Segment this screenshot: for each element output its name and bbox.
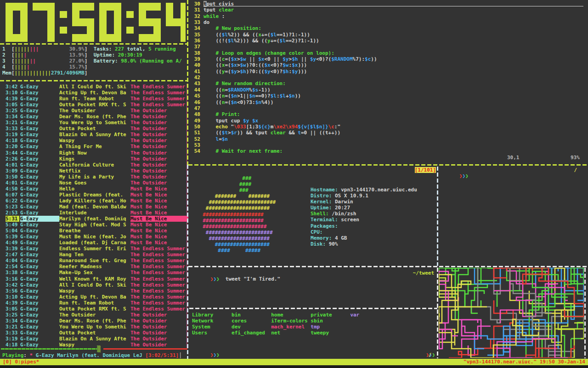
track-row[interactable]: 3:44G-EazyRight NowThe Outsider │	[0, 150, 188, 156]
track-row[interactable]: 2:54G-EazyReefer MadnessThe Endless Summ…	[0, 264, 188, 270]
track-row[interactable]: 3:19G-EazyBlazin On A Sunny AfteThe Outs…	[0, 336, 188, 342]
archey-pane[interactable]: [1/101] ### #### ### ####### ####### ###…	[190, 166, 437, 266]
track-row[interactable]: 3:34G-EazyDear Ms. Rose (ft. PheThe Outs…	[0, 114, 188, 120]
editor-scroll-percent: 93%	[571, 155, 580, 161]
music-player-pane[interactable]: 3:42G-EazyAll I Could Do ft. SkiThe Endl…	[0, 84, 188, 349]
track-row[interactable]: 3:05G-EazyOutta Pocket RMX ft. SThe Endl…	[0, 102, 188, 108]
tmux-window-list[interactable]: [0] 0:pipes*	[3, 359, 39, 365]
track-row[interactable]: 3:39G-EazyEndless Summer ft. EriThe Endl…	[0, 246, 188, 252]
track-row[interactable]: 5:39G-EazyMust Be Nice (feat. JoMust Be …	[0, 234, 188, 240]
pane-border[interactable]	[187, 165, 188, 359]
track-row[interactable]: 2:47G-EazyHang TenThe Endless Summer│	[0, 252, 188, 258]
track-row[interactable]: 2:26G-EazyKingsThe Outsider │	[0, 156, 188, 162]
pane-border[interactable]	[437, 167, 438, 266]
code-line: 41 ((y=($y>$h)?0:(($y<0)?$h:$y)))	[190, 69, 584, 75]
code-line: 38 # Loop on edges (change color on loop…	[190, 50, 584, 56]
code-line: 31tput clear	[190, 7, 584, 13]
track-row[interactable]: 4:04G-EazyRunaround Sue ft. GregThe Endl…	[0, 258, 188, 264]
file-list[interactable]: Library bin home private varNetwork core…	[192, 312, 359, 336]
tweet-pane[interactable]: ❯❯❯ tweet "I'm Tired." ~/tweet	[190, 268, 437, 307]
track-progress-bar[interactable]: ▒	[1, 348, 187, 350]
system-info-list: Hostname: vpn3-144170.near.uiuc.eduDistr…	[311, 187, 417, 247]
prompt-chevrons-icon[interactable]: ❯❯❯	[459, 173, 469, 179]
pipes-screensaver	[439, 268, 584, 358]
track-row[interactable]: 6:07G-EazyPlastic Dreams (feat.Must Be N…	[0, 192, 188, 198]
screen-bottom-strip	[0, 365, 588, 368]
file-listing-pane[interactable]: Library bin home private varNetwork core…	[190, 309, 437, 358]
code-line: 36 ((!($l%2))) && ((y+=($l==2)?1:-1))	[190, 38, 584, 44]
track-row[interactable]: 3:16G-EazyWell Known ft. KAM RoyThe Endl…	[0, 276, 188, 282]
track-row[interactable]: 4:01G-EazyCalifornia CultureThe Outsider…	[0, 162, 188, 168]
code-line: 52 l=$n	[190, 136, 584, 142]
code-line: 47	[190, 105, 584, 111]
track-row[interactable]: 3:20G-EazyA Thing For MeThe Outsider │	[0, 144, 188, 150]
editor-pane[interactable]: 30tput civis31tput clear32while :33do34 …	[190, 1, 584, 163]
track-row[interactable]: 2:53G-EazyInterludeMust Be Nice │	[0, 210, 188, 216]
editor-cursor-position: 30,1	[507, 155, 520, 161]
track-row[interactable]: 3:10G-EazyActing Up ft. Devon BaThe Endl…	[0, 294, 188, 300]
track-row[interactable]: 3:19G-EazyBlazin On A Sunny AfteThe Outs…	[0, 132, 188, 138]
code-line: 54 # Wait for next frame:	[190, 148, 584, 154]
track-row[interactable]: 3:50G-EazyMy Life is a PartyThe Outsider…	[0, 174, 188, 180]
track-row[interactable]: 3:34G-EazyDear Ms. Rose (ft. PheThe Outs…	[0, 318, 188, 324]
track-row[interactable]: 3:25G-EazyThe OutsiderThe Outsider │	[0, 108, 188, 114]
track-row[interactable]: 3:05G-EazyOutta Pocket RMX ft. SThe Endl…	[0, 306, 188, 312]
code-line: 48 # Print:	[190, 111, 584, 117]
prompt-chevrons-icon[interactable]: ❯❯❯	[210, 276, 220, 282]
code-line: 30tput civis	[190, 1, 584, 7]
track-row[interactable]: 3:56G-EazyWaspyThe Endless Summer│	[0, 288, 188, 294]
code-line: 53	[190, 142, 584, 148]
track-row[interactable]: 3:33G-EazyOutta PocketThe Outsider │	[0, 126, 188, 132]
progress-elapsed	[1, 348, 97, 350]
apple-logo-ascii: ### #### ### ####### ####### ###########…	[197, 175, 276, 253]
code-line: 43 # New random direction:	[190, 80, 584, 86]
history-badge: [1/101]	[415, 167, 436, 173]
track-row[interactable]: 5:23G-EazyMad (feat. Devon BaldwMust Be …	[0, 204, 188, 210]
pipes-pane[interactable]	[439, 268, 584, 358]
track-row[interactable]: 3:10G-EazyActing Up ft. Devon BaThe Endl…	[0, 90, 188, 96]
code-line: 34 # New position:	[190, 25, 584, 31]
clock-pane[interactable]	[4, 3, 187, 43]
track-row[interactable]: 4:18G-EazyWaspyThe Outsider │	[0, 342, 188, 348]
track-row[interactable]: 3:09G-EazyNetflixThe Outsider │	[0, 168, 188, 174]
track-row[interactable]: 3:21G-EazyYou Were Up to SomethiThe Outs…	[0, 120, 188, 126]
digital-clock	[4, 3, 186, 42]
code-line: 32while :	[190, 13, 584, 19]
shell-path: /	[428, 352, 431, 358]
track-row[interactable]: 3:25G-EazyThe OutsiderThe Outsider │	[0, 312, 188, 318]
prompt-chevrons-icon[interactable]: ❯❯❯	[210, 358, 220, 358]
track-row[interactable]: 3:33G-EazyOutta PocketThe Outsider │	[0, 330, 188, 336]
shell-path: /	[574, 167, 577, 173]
pane-border	[0, 80, 187, 81]
code-line: 50 echo "\033[1;3${c}m\xe2\x94${v[$l$n]}…	[190, 124, 584, 130]
code-line: 42	[190, 75, 584, 80]
track-row[interactable]: 3:42G-EazyAll I Could Do ft. SkiThe Endl…	[0, 282, 188, 288]
track-row[interactable]: 4:49G-EazyLoaded (feat. Dj CarnaMust Be …	[0, 240, 188, 246]
system-monitor-pane[interactable]: 1 [|||||||| 30.9%] Tasks: 227 total, 5 r…	[2, 46, 187, 78]
track-row[interactable]: 6:22G-EazyLady Killers (feat. HoMust Be …	[0, 198, 188, 204]
track-row[interactable]: 3:42G-EazyAll I Could Do ft. SkiThe Endl…	[0, 84, 188, 90]
progress-remaining	[103, 348, 187, 350]
track-row-selected[interactable]: 5:31G-EazyMarilyn (feat. DominiqMust Be …	[0, 216, 188, 222]
track-row[interactable]: 5:49G-EazyStay High (feat. Mod SMust Be …	[0, 222, 188, 228]
tmux-status-bar: [0] 0:pipes* "vpn3-144170.near.uiuc." 19…	[0, 359, 588, 365]
track-row[interactable]: 4:39G-EazyRun ft. Team RobotThe Endless …	[0, 300, 188, 306]
pane-border[interactable]	[437, 268, 438, 358]
track-row[interactable]: 3:38G-EazyMake-Up SexThe Endless Summer│	[0, 270, 188, 276]
pane-border[interactable]	[187, 0, 188, 165]
tmux-host-clock: "vpn3-144170.near.uiuc." 19:50 30-Jan-14	[464, 359, 585, 365]
pane-border	[0, 43, 187, 45]
track-row[interactable]: 4:39G-EazyRun ft. Team RobotThe Endless …	[0, 96, 188, 102]
code-line: 49 tput cup $y $x	[190, 118, 584, 124]
track-row[interactable]: 3:21G-EazyYou Were Up to SomethiThe Outs…	[0, 324, 188, 330]
progress-marker-icon[interactable]: ▒	[97, 345, 101, 352]
track-row[interactable]: 5:04G-EazyBreatheMust Be Nice │	[0, 228, 188, 234]
track-row[interactable]: 4:01G-EazyNose GoesThe Outsider │	[0, 180, 188, 186]
now-playing-status: Playing: * G-Eazy Marilyn (feat. Dominiq…	[2, 352, 188, 358]
shell-pane[interactable]: ❯❯❯ /	[439, 166, 588, 266]
code-line: 37	[190, 44, 584, 50]
track-row[interactable]: 4:50G-EazyHelloMust Be Nice │	[0, 186, 188, 192]
code-line: 51 (($t>$r)) && tput clear && t=0 || ((t…	[190, 130, 584, 136]
tweet-command[interactable]: tweet "I'm Tired."	[220, 276, 280, 282]
track-row[interactable]: 4:18G-EazyWaspyThe Outsider │	[0, 138, 188, 144]
